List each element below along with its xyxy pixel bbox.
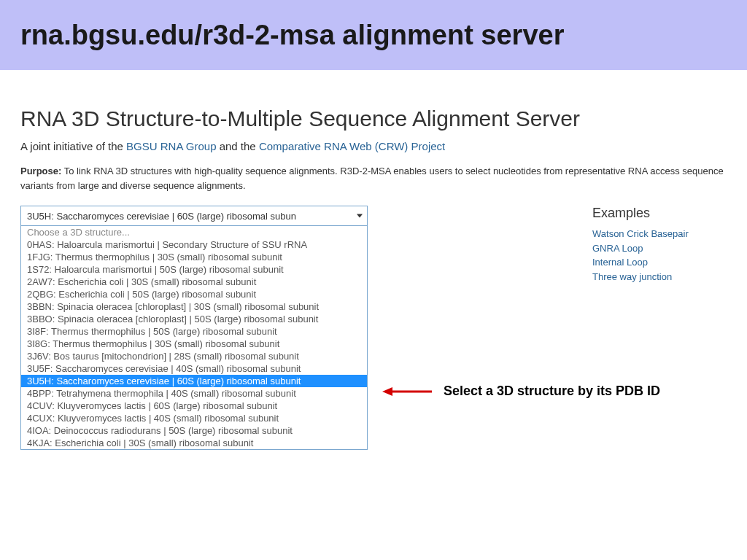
- annotation: Select a 3D structure by its PDB ID: [382, 384, 660, 399]
- content-area: RNA 3D Structure-to-Multiple Sequence Al…: [0, 70, 747, 450]
- example-link[interactable]: Internal Loop: [592, 255, 724, 270]
- examples-panel: Examples Watson Crick BasepairGNRA LoopI…: [592, 206, 724, 284]
- dropdown-option[interactable]: 4KJA: Escherichia coli | 30S (small) rib…: [21, 437, 367, 449]
- dropdown-option[interactable]: 3U5H: Saccharomyces cerevisiae | 60S (la…: [21, 375, 367, 387]
- dropdown-option[interactable]: 4IOA: Deinococcus radiodurans | 50S (lar…: [21, 424, 367, 437]
- subtitle: A joint initiative of the BGSU RNA Group…: [20, 140, 727, 152]
- dropdown-placeholder[interactable]: Choose a 3D structure...: [21, 226, 367, 238]
- dropdown-option[interactable]: 2AW7: Escherichia coli | 30S (small) rib…: [21, 276, 367, 288]
- dropdown-option[interactable]: 2QBG: Escherichia coli | 50S (large) rib…: [21, 288, 367, 300]
- dropdown-option[interactable]: 3BBO: Spinacia oleracea [chloroplast] | …: [21, 313, 367, 325]
- arrow-left-icon: [382, 384, 433, 399]
- structure-dropdown[interactable]: Choose a 3D structure...0HAS: Haloarcula…: [20, 226, 368, 450]
- page-title: RNA 3D Structure-to-Multiple Sequence Al…: [20, 106, 727, 131]
- example-link[interactable]: GNRA Loop: [592, 241, 724, 256]
- subtitle-middle: and the: [216, 140, 258, 152]
- structure-select-value: 3U5H: Saccharomyces cerevisiae | 60S (la…: [27, 211, 296, 222]
- structure-select[interactable]: 3U5H: Saccharomyces cerevisiae | 60S (la…: [20, 206, 368, 226]
- banner-title: rna.bgsu.edu/r3d-2-msa alignment server: [20, 20, 564, 51]
- example-link[interactable]: Watson Crick Basepair: [592, 227, 724, 241]
- purpose-label: Purpose:: [20, 166, 61, 176]
- dropdown-option[interactable]: 3J6V: Bos taurus [mitochondrion] | 28S (…: [21, 350, 367, 362]
- link-crw-project[interactable]: Comparative RNA Web (CRW) Project: [259, 140, 445, 152]
- dropdown-option[interactable]: 4CUV: Kluyveromyces lactis | 60S (large)…: [21, 400, 367, 412]
- purpose-text: To link RNA 3D structures with high-qual…: [20, 166, 724, 191]
- example-link[interactable]: Three way junction: [592, 270, 724, 284]
- purpose-paragraph: Purpose: To link RNA 3D structures with …: [20, 164, 727, 192]
- chevron-down-icon: [357, 214, 363, 218]
- structure-select-wrap: 3U5H: Saccharomyces cerevisiae | 60S (la…: [20, 206, 368, 450]
- dropdown-option[interactable]: 4BPP: Tetrahymena thermophila | 40S (sma…: [21, 387, 367, 400]
- dropdown-option[interactable]: 1S72: Haloarcula marismortui | 50S (larg…: [21, 263, 367, 276]
- dropdown-option[interactable]: 0HAS: Haloarcula marismortui | Secondary…: [21, 238, 367, 251]
- main-row: 3U5H: Saccharomyces cerevisiae | 60S (la…: [20, 206, 727, 450]
- subtitle-prefix: A joint initiative of the: [20, 140, 126, 152]
- svg-marker-1: [382, 387, 392, 396]
- dropdown-option[interactable]: 4CUX: Kluyveromyces lactis | 40S (small)…: [21, 412, 367, 424]
- dropdown-option[interactable]: 3U5F: Saccharomyces cerevisiae | 40S (sm…: [21, 362, 367, 375]
- examples-heading: Examples: [592, 206, 724, 221]
- dropdown-option[interactable]: 3BBN: Spinacia oleracea [chloroplast] | …: [21, 300, 367, 313]
- dropdown-option[interactable]: 3I8F: Thermus thermophilus | 50S (large)…: [21, 325, 367, 338]
- slide-banner: rna.bgsu.edu/r3d-2-msa alignment server: [0, 0, 747, 70]
- annotation-text: Select a 3D structure by its PDB ID: [444, 384, 660, 399]
- link-bgsu-rna-group[interactable]: BGSU RNA Group: [126, 140, 216, 152]
- dropdown-option[interactable]: 3I8G: Thermus thermophilus | 30S (small)…: [21, 338, 367, 350]
- dropdown-option[interactable]: 1FJG: Thermus thermophilus | 30S (small)…: [21, 251, 367, 263]
